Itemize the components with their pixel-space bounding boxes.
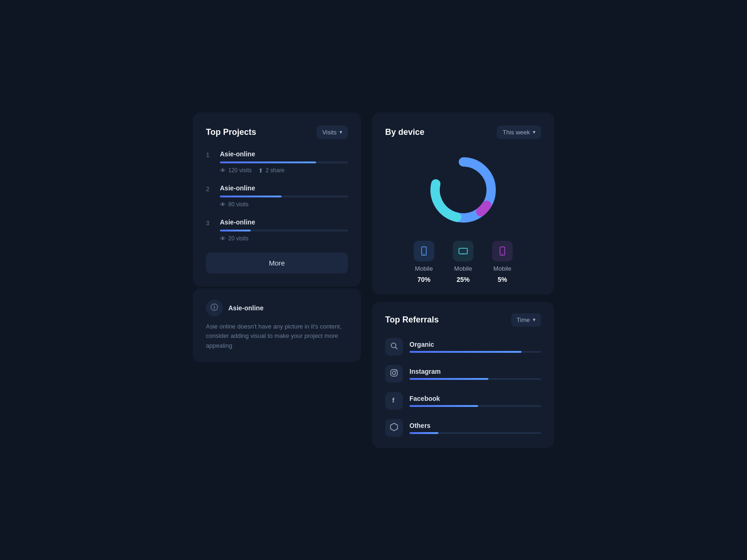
referral-info: Facebook: [409, 395, 541, 407]
time-dropdown[interactable]: Time ▾: [511, 313, 541, 327]
svg-point-5: [502, 253, 503, 254]
donut-legend: Mobile 70% Mobile 25% Mobile 5%: [385, 241, 541, 283]
referral-icon: f: [390, 396, 398, 406]
referral-progress-bar: [409, 378, 541, 380]
table-row: 2 Asie-online 👁80 visits: [206, 184, 348, 208]
info-header: ⓘ Asie-online: [206, 300, 348, 316]
top-projects-title: Top Projects: [206, 127, 256, 137]
device-name: Mobile: [454, 265, 472, 272]
svg-point-10: [396, 370, 397, 371]
donut-chart: [423, 150, 503, 230]
visits-dropdown-label: Visits: [322, 129, 337, 136]
top-projects-card: Top Projects Visits ▾ 1 Asie-online 👁120…: [193, 112, 361, 287]
referral-icon-wrap: [385, 365, 403, 383]
project-info: Asie-online 👁20 visits: [220, 218, 348, 242]
svg-point-9: [393, 371, 396, 374]
this-week-label: This week: [502, 129, 530, 136]
device-icon-wrap: [453, 241, 473, 261]
referral-progress-fill: [409, 405, 478, 407]
device-pct: 5%: [498, 276, 507, 283]
chevron-down-icon-2: ▾: [533, 129, 536, 135]
progress-fill: [220, 196, 282, 197]
this-week-dropdown[interactable]: This week ▾: [497, 126, 541, 139]
visit-count: 80 visits: [228, 201, 248, 208]
projects-list: 1 Asie-online 👁120 visits⬆2 share 2 Asie…: [206, 150, 348, 242]
share-count: 2 share: [266, 167, 284, 174]
project-info: Asie-online 👁80 visits: [220, 184, 348, 208]
device-name: Mobile: [415, 265, 433, 272]
info-card-title: Asie-online: [228, 304, 263, 312]
referral-progress-fill: [409, 432, 438, 434]
device-icon: [419, 246, 429, 256]
referral-icon: [390, 369, 398, 379]
chevron-down-icon-3: ▾: [533, 316, 536, 323]
svg-marker-12: [391, 423, 398, 431]
device-pct: 70%: [417, 276, 430, 283]
referrals-list: Organic Instagram f Facebook: [385, 338, 541, 437]
legend-item: Mobile 5%: [492, 241, 513, 283]
dashboard: Top Projects Visits ▾ 1 Asie-online 👁120…: [193, 112, 554, 448]
device-pct: 25%: [457, 276, 470, 283]
list-item: Organic: [385, 338, 541, 356]
referral-icon: [390, 342, 398, 352]
referral-info: Organic: [409, 341, 541, 353]
table-row: 1 Asie-online 👁120 visits⬆2 share: [206, 150, 348, 174]
project-name: Asie-online: [220, 150, 348, 158]
list-item: Instagram: [385, 365, 541, 383]
device-icon: [458, 246, 468, 256]
visit-count: 120 visits: [228, 167, 252, 174]
referral-progress-bar: [409, 351, 541, 353]
device-icon: [497, 246, 507, 256]
more-button[interactable]: More: [206, 252, 348, 273]
time-label: Time: [517, 316, 530, 323]
right-column: By device This week ▾: [372, 112, 554, 448]
progress-bar: [220, 230, 348, 231]
top-projects-header: Top Projects Visits ▾: [206, 126, 348, 139]
by-device-card: By device This week ▾: [372, 112, 554, 294]
referral-progress-bar: [409, 405, 541, 407]
legend-item: Mobile 25%: [453, 241, 473, 283]
list-item: Others: [385, 419, 541, 437]
referral-icon: [390, 423, 398, 433]
device-name: Mobile: [493, 265, 511, 272]
device-icon-wrap: [492, 241, 513, 261]
by-device-header: By device This week ▾: [385, 126, 541, 139]
progress-fill: [220, 230, 251, 231]
eye-icon: 👁: [220, 167, 226, 174]
referral-info: Others: [409, 422, 541, 434]
project-info: Asie-online 👁120 visits⬆2 share: [220, 150, 348, 174]
svg-rect-2: [459, 248, 467, 254]
visits-dropdown[interactable]: Visits ▾: [317, 126, 348, 139]
table-row: 3 Asie-online 👁20 visits: [206, 218, 348, 242]
project-meta: 👁120 visits⬆2 share: [220, 167, 348, 174]
left-column: Top Projects Visits ▾ 1 Asie-online 👁120…: [193, 112, 361, 362]
referral-name: Instagram: [409, 368, 541, 375]
by-device-title: By device: [385, 127, 424, 137]
visits-meta: 👁120 visits: [220, 167, 252, 174]
referral-icon-wrap: f: [385, 392, 403, 410]
list-item: f Facebook: [385, 392, 541, 410]
referral-icon-wrap: [385, 419, 403, 437]
referral-name: Others: [409, 422, 541, 429]
project-rank: 3: [206, 218, 213, 227]
project-rank: 1: [206, 150, 213, 159]
info-circle-icon: ⓘ: [211, 303, 218, 313]
top-referrals-header: Top Referrals Time ▾: [385, 313, 541, 327]
progress-bar: [220, 196, 348, 197]
donut-chart-container: [385, 150, 541, 230]
top-referrals-card: Top Referrals Time ▾ Organic Instagram: [372, 302, 554, 448]
project-name: Asie-online: [220, 218, 348, 226]
info-card: ⓘ Asie-online Asie online doesn't have a…: [193, 288, 361, 362]
referral-progress-fill: [409, 351, 521, 353]
share-icon: ⬆: [258, 167, 263, 174]
eye-icon: 👁: [220, 235, 226, 242]
info-icon-wrap: ⓘ: [206, 300, 223, 316]
legend-item: Mobile 70%: [414, 241, 434, 283]
referral-name: Facebook: [409, 395, 541, 402]
referral-icon-wrap: [385, 338, 403, 356]
visits-meta: 👁80 visits: [220, 201, 248, 208]
visit-count: 20 visits: [228, 235, 248, 242]
shares-meta: ⬆2 share: [258, 167, 284, 174]
referral-progress-bar: [409, 432, 541, 434]
top-referrals-title: Top Referrals: [385, 315, 439, 325]
